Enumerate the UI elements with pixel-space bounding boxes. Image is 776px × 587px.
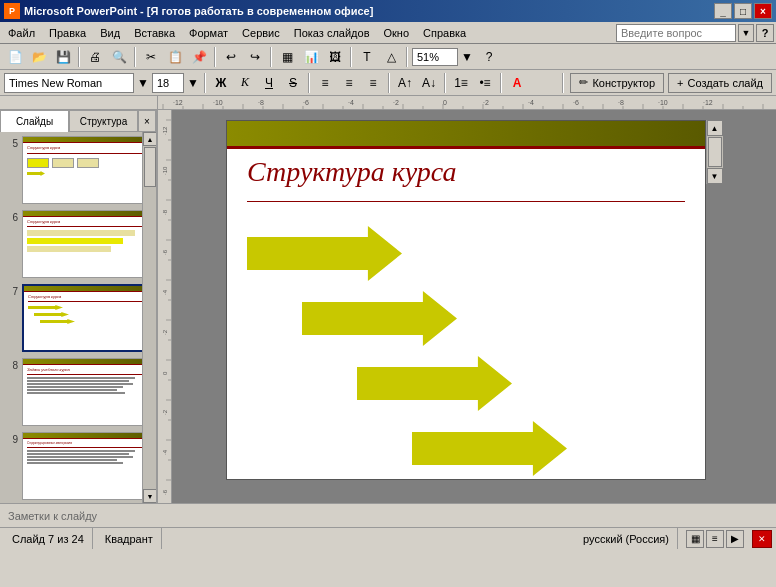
slide-image-7[interactable]: Структура курса: [22, 284, 152, 352]
insert-table-button[interactable]: ▦: [276, 46, 298, 68]
svg-text:·2: ·2: [393, 99, 399, 106]
create-slide-button[interactable]: + Создать слайд: [668, 73, 772, 93]
slide-header-bar: [227, 121, 705, 149]
view-buttons: ▦ ≡ ▶: [682, 530, 748, 548]
menu-view[interactable]: Вид: [94, 25, 126, 41]
menu-edit[interactable]: Правка: [43, 25, 92, 41]
svg-text:·12: ·12: [703, 99, 713, 106]
tab-slides[interactable]: Слайды: [0, 110, 69, 132]
right-scrollbar[interactable]: ▲ ▼: [706, 120, 722, 184]
font-name-group: Times New Roman ▼: [4, 72, 150, 94]
zoom-value[interactable]: 51%: [412, 48, 458, 66]
slide-image-5[interactable]: Структура курса: [22, 136, 152, 204]
search-dropdown-btn[interactable]: ▼: [738, 24, 754, 42]
underline-button[interactable]: Ч: [258, 72, 280, 94]
slide-thumb-6[interactable]: 6 Структура курса: [4, 210, 152, 278]
scroll-thumb-right[interactable]: [708, 137, 722, 167]
help-button[interactable]: ?: [756, 24, 774, 42]
slide-thumb-5[interactable]: 5 Структура курса: [4, 136, 152, 204]
align-right-button[interactable]: ≡: [362, 72, 384, 94]
open-file-button[interactable]: 📂: [28, 46, 50, 68]
slide-thumb-8[interactable]: 8 Задачи учебного курса: [4, 358, 152, 426]
canvas-area[interactable]: Структура курса ▲: [172, 110, 776, 503]
strikethrough-button[interactable]: S: [282, 72, 304, 94]
slideshow-view-btn[interactable]: ▶: [726, 530, 744, 548]
mini-title-7: Структура курса: [28, 294, 146, 299]
close-panel-button[interactable]: ×: [138, 110, 156, 132]
arrows-container: [237, 216, 695, 469]
slide-num-9: 9: [4, 434, 18, 445]
font-name-dropdown[interactable]: ▼: [136, 72, 150, 94]
scroll-down-right[interactable]: ▼: [707, 168, 723, 184]
maximize-button[interactable]: □: [734, 3, 752, 19]
normal-view-btn[interactable]: ▦: [686, 530, 704, 548]
align-left-button[interactable]: ≡: [314, 72, 336, 94]
shapes-button[interactable]: △: [380, 46, 402, 68]
fmt-separator-3: [388, 73, 390, 93]
horizontal-ruler: ·12 ·10 ·8 ·6 ·4 ·2 0 ·2 ·4 ·6 ·8 ·10 ·1…: [158, 96, 776, 110]
svg-text:·8: ·8: [162, 209, 168, 215]
scroll-down-btn[interactable]: ▼: [143, 489, 157, 503]
menu-tools[interactable]: Сервис: [236, 25, 286, 41]
mini-line-6: [27, 392, 125, 394]
numbering-button[interactable]: 1≡: [450, 72, 472, 94]
svg-text:·4: ·4: [348, 99, 354, 106]
undo-button[interactable]: ↩: [220, 46, 242, 68]
window-controls[interactable]: _ □ ×: [714, 3, 772, 19]
svg-text:·4: ·4: [162, 289, 168, 295]
font-name-input[interactable]: Times New Roman: [4, 73, 134, 93]
slide-thumb-7[interactable]: 7 Структура курса: [4, 284, 152, 352]
menu-slideshow[interactable]: Показ слайдов: [288, 25, 376, 41]
font-size-input[interactable]: 18: [152, 73, 184, 93]
text-box-button[interactable]: T: [356, 46, 378, 68]
font-size-dropdown[interactable]: ▼: [186, 72, 200, 94]
scroll-up-right[interactable]: ▲: [707, 120, 723, 136]
menu-window[interactable]: Окно: [378, 25, 416, 41]
slide-num-6: 6: [4, 212, 18, 223]
insert-chart-button[interactable]: 📊: [300, 46, 322, 68]
help-toolbar-button[interactable]: ?: [478, 46, 500, 68]
slides-list: 5 Структура курса: [0, 132, 156, 503]
insert-picture-button[interactable]: 🖼: [324, 46, 346, 68]
bold-button[interactable]: Ж: [210, 72, 232, 94]
increase-font-button[interactable]: A↑: [394, 72, 416, 94]
panel-scrollbar[interactable]: ▲ ▼: [142, 132, 156, 503]
decrease-font-button[interactable]: A↓: [418, 72, 440, 94]
preview-button[interactable]: 🔍: [108, 46, 130, 68]
fmt-separator-1: [204, 73, 206, 93]
cut-button[interactable]: ✂: [140, 46, 162, 68]
save-button[interactable]: 💾: [52, 46, 74, 68]
toolbar-standard: 📄 📂 💾 🖨 🔍 ✂ 📋 📌 ↩ ↪ ▦ 📊 🖼 T △ 51% ▼ ?: [0, 44, 776, 70]
design-button[interactable]: ✏ Конструктор: [570, 73, 664, 93]
paste-button[interactable]: 📌: [188, 46, 210, 68]
slide-image-8[interactable]: Задачи учебного курса: [22, 358, 152, 426]
outline-view-btn[interactable]: ≡: [706, 530, 724, 548]
italic-button[interactable]: К: [234, 72, 256, 94]
new-file-button[interactable]: 📄: [4, 46, 26, 68]
zoom-dropdown-btn[interactable]: ▼: [460, 46, 474, 68]
redo-button[interactable]: ↪: [244, 46, 266, 68]
menu-help[interactable]: Справка: [417, 25, 472, 41]
mini-line9-1: [27, 450, 135, 452]
print-button[interactable]: 🖨: [84, 46, 106, 68]
scroll-up-btn[interactable]: ▲: [143, 132, 157, 146]
menu-file[interactable]: Файл: [2, 25, 41, 41]
mini-title-9: Структурирование материала: [27, 441, 147, 445]
minimize-button[interactable]: _: [714, 3, 732, 19]
copy-button[interactable]: 📋: [164, 46, 186, 68]
bullets-button[interactable]: •≡: [474, 72, 496, 94]
menu-insert[interactable]: Вставка: [128, 25, 181, 41]
svg-text:·10: ·10: [162, 166, 168, 175]
svg-text:0: 0: [443, 99, 447, 106]
search-input[interactable]: [616, 24, 736, 42]
menu-format[interactable]: Формат: [183, 25, 234, 41]
close-button[interactable]: ×: [754, 3, 772, 19]
mini-content-7: Структура курса: [28, 294, 146, 346]
align-center-button[interactable]: ≡: [338, 72, 360, 94]
tab-outline[interactable]: Структура: [69, 110, 138, 132]
font-color-button[interactable]: A: [506, 72, 528, 94]
slide-image-6[interactable]: Структура курса: [22, 210, 152, 278]
slide-image-9[interactable]: Структурирование материала: [22, 432, 152, 500]
slide-thumb-9[interactable]: 9 Структурирование материала: [4, 432, 152, 500]
svg-text:·8: ·8: [258, 99, 264, 106]
